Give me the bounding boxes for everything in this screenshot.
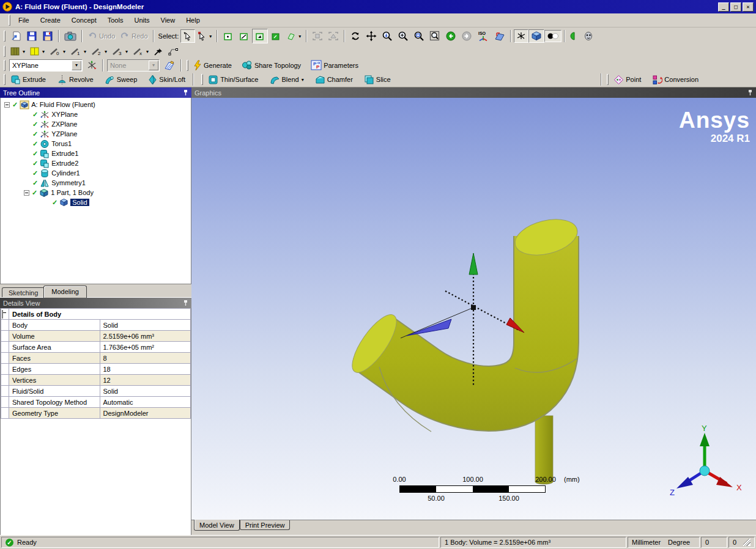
new-sketch-button[interactable] <box>161 58 178 73</box>
resize-grip[interactable] <box>743 539 750 546</box>
details-row[interactable]: BodySolid <box>1 320 191 331</box>
edge-direction-1-button[interactable]: 1 ▾ <box>68 45 89 58</box>
tree-item-torus1[interactable]: ✓ Torus1 <box>1 139 191 149</box>
conversion-button[interactable]: Conversion <box>650 73 701 87</box>
pin-icon[interactable] <box>183 300 188 306</box>
tree-item-root[interactable]: ✓ A: Fluid Flow (Fluent) <box>1 100 191 109</box>
tree-item-part[interactable]: ✓ 1 Part, 1 Body <box>1 188 191 197</box>
revolve-button[interactable]: Revolve <box>54 73 96 87</box>
menu-file[interactable]: File <box>13 15 35 26</box>
menu-tools[interactable]: Tools <box>102 15 129 26</box>
pin-icon[interactable] <box>747 89 753 96</box>
tab-model-view[interactable]: Model View <box>194 520 240 531</box>
details-group-row[interactable]: Details of Body <box>1 309 191 320</box>
details-row[interactable]: Geometry TypeDesignModeler <box>1 408 191 419</box>
menu-create[interactable]: Create <box>35 15 66 26</box>
edge-direction-3-button[interactable]: 3 ▾ <box>109 45 130 58</box>
edge-direction-0-button[interactable]: 0 ▾ <box>47 45 68 58</box>
previous-view-button[interactable] <box>443 29 459 43</box>
zoom-in-out-button[interactable] <box>395 29 411 43</box>
display-points-toggle[interactable] <box>544 30 561 42</box>
details-row[interactable]: Shared Topology MethodAutomatic <box>1 397 191 408</box>
display-triad-toggle[interactable] <box>514 29 528 43</box>
save-button[interactable] <box>24 29 40 43</box>
minimize-button[interactable]: _ <box>718 2 729 12</box>
menu-help[interactable]: Help <box>180 15 206 26</box>
select-filter-face-button[interactable] <box>252 29 268 43</box>
toolbar-grip[interactable] <box>187 60 188 71</box>
details-row[interactable]: Faces8 <box>1 353 191 364</box>
image-capture-button[interactable] <box>62 29 79 43</box>
tree-item-xyplane[interactable]: ✓ XYPlane <box>1 109 191 119</box>
toolbar-grip[interactable] <box>4 46 6 57</box>
select-filter-body-button[interactable] <box>268 29 284 43</box>
box-zoom-button[interactable] <box>411 29 427 43</box>
edge-joints-button[interactable] <box>151 45 166 58</box>
tree-item-zxplane[interactable]: ✓ ZXPlane <box>1 119 191 129</box>
select-filter-edge-button[interactable] <box>236 29 252 43</box>
chamfer-button[interactable]: Chamfer <box>313 73 355 86</box>
pan-view-button[interactable] <box>363 29 379 43</box>
toolbar-grip[interactable] <box>201 74 203 85</box>
tab-print-preview[interactable]: Print Preview <box>240 520 291 530</box>
status-units-cell[interactable]: Millimeter Degree <box>628 537 700 548</box>
edge-direction-x-button[interactable]: x ▾ <box>130 45 151 58</box>
active-sketch-combobox[interactable]: None ▾ <box>107 59 160 72</box>
menu-units[interactable]: Units <box>128 15 155 26</box>
extend-selection-button[interactable] <box>309 29 325 43</box>
thin-surface-button[interactable]: Thin/Surface <box>206 73 261 87</box>
edge-coloring-button[interactable]: ▾ <box>28 45 47 58</box>
details-row[interactable]: Volume2.5159e+06 mm³ <box>1 331 191 342</box>
collapse-toggle[interactable] <box>2 310 3 319</box>
zoom-button[interactable] <box>379 29 395 43</box>
edge-direction-2-button[interactable]: 2 ▾ <box>89 45 109 58</box>
menu-concept[interactable]: Concept <box>66 15 102 26</box>
maximize-button[interactable]: □ <box>730 2 741 12</box>
generate-button[interactable]: Generate <box>191 58 234 73</box>
tab-modeling[interactable]: Modeling <box>43 286 87 298</box>
undo-button[interactable]: Undo <box>85 29 117 43</box>
toolbar-grip[interactable] <box>607 74 609 85</box>
collapse-toggle[interactable] <box>4 102 10 108</box>
combo-dropdown-button[interactable]: ▾ <box>149 61 158 70</box>
isometric-view-button[interactable]: ISO <box>475 29 492 43</box>
new-plane-button[interactable] <box>84 58 100 72</box>
pin-icon[interactable] <box>183 89 188 96</box>
share-topology-button[interactable]: Share Topology <box>239 58 303 72</box>
tab-sketching[interactable]: Sketching <box>2 287 45 298</box>
tree-item-yzplane[interactable]: ✓ YZPlane <box>1 129 191 139</box>
select-mode-box-button[interactable]: ▾ <box>195 29 214 43</box>
parameters-button[interactable]: P P Parameters <box>308 58 361 72</box>
sweep-button[interactable]: Sweep <box>102 73 140 87</box>
details-row[interactable]: Vertices12 <box>1 375 191 386</box>
rotate-view-button[interactable] <box>347 29 363 43</box>
tree-item-solid[interactable]: ✓ Solid <box>1 197 191 207</box>
redo-button[interactable]: Redo <box>117 29 150 43</box>
toolbar-grip[interactable] <box>9 15 10 26</box>
viewports-button[interactable] <box>568 29 581 43</box>
slice-button[interactable]: Slice <box>361 73 393 87</box>
display-vertices-button[interactable] <box>166 45 180 58</box>
display-model-toggle[interactable] <box>528 29 544 43</box>
select-mode-single-button[interactable] <box>180 29 195 43</box>
collapse-toggle[interactable] <box>24 190 29 196</box>
model-viewport[interactable]: Y Z X Ansys 2024 R1 0.00 100.00 200.00 (… <box>191 98 756 520</box>
extend-adjacent-button[interactable] <box>325 29 341 43</box>
new-geometry-button[interactable] <box>8 29 24 43</box>
tree-item-cylinder1[interactable]: ✓ Cylinder1 <box>1 168 191 178</box>
save-project-button[interactable] <box>40 29 56 43</box>
select-adjacent-button[interactable]: ▾ <box>284 29 303 43</box>
select-filter-vertex-button[interactable] <box>220 29 236 43</box>
toolbar-grip[interactable] <box>4 31 6 42</box>
details-row[interactable]: Fluid/SolidSolid <box>1 386 191 397</box>
view-triad[interactable]: Y Z X <box>670 424 742 497</box>
face-view-button[interactable] <box>581 29 596 43</box>
zoom-to-fit-button[interactable] <box>427 29 443 43</box>
skin-loft-button[interactable]: Skin/Loft <box>146 73 188 87</box>
toolbar-grip[interactable] <box>4 60 6 71</box>
details-row[interactable]: Edges18 <box>1 364 191 375</box>
pipe-outlet-stub[interactable] <box>535 416 553 484</box>
face-display-button[interactable]: ▾ <box>8 45 28 58</box>
menu-view[interactable]: View <box>155 15 181 26</box>
combo-dropdown-button[interactable]: ▾ <box>72 61 81 70</box>
